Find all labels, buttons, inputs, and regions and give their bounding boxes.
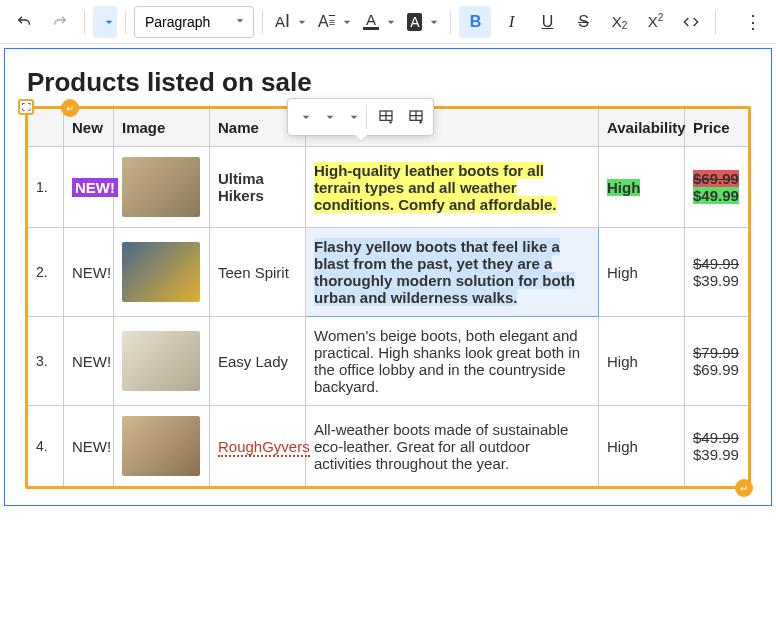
- product-image[interactable]: [122, 242, 200, 302]
- cell-num[interactable]: 2.: [28, 228, 64, 317]
- underline-button[interactable]: U: [531, 6, 563, 38]
- table-row: 4. NEW! RoughGyvers All-weather boots ma…: [28, 406, 749, 487]
- cell-description[interactable]: High-quality leather boots for all terra…: [306, 147, 599, 228]
- chevron-down-icon: [346, 109, 362, 125]
- price-new: $49.99: [693, 187, 739, 204]
- cell-image[interactable]: [114, 317, 210, 406]
- editor-root: Paragraph AI A≡ A A B I U S X2 X2: [0, 0, 776, 643]
- th-image[interactable]: Image: [114, 109, 210, 147]
- cell-name[interactable]: Ultima Hikers: [210, 147, 306, 228]
- separator: [366, 105, 367, 129]
- th-price[interactable]: Price: [685, 109, 749, 147]
- highlight-color-button[interactable]: A: [403, 6, 442, 38]
- italic-button[interactable]: I: [495, 6, 527, 38]
- font-size-button[interactable]: AI: [271, 6, 310, 38]
- cell-description[interactable]: Flashy yellow boots that feel like a bla…: [306, 228, 599, 317]
- product-image[interactable]: [122, 331, 200, 391]
- th-availability[interactable]: Availability: [599, 109, 685, 147]
- price-new: $39.99: [693, 446, 739, 463]
- separator: [84, 10, 85, 34]
- table-row: 3. NEW! Easy Lady Women's beige boots, b…: [28, 317, 749, 406]
- price-old: $69.99: [693, 170, 739, 187]
- editor-content[interactable]: Products listed on sale: [4, 48, 772, 506]
- separator: [450, 10, 451, 34]
- chevron-down-icon: [383, 14, 399, 30]
- chevron-down-icon: [298, 109, 314, 125]
- cell-image[interactable]: [114, 147, 210, 228]
- kebab-icon: ⋮: [744, 11, 761, 33]
- cell-image[interactable]: [114, 406, 210, 487]
- page-title[interactable]: Products listed on sale: [27, 67, 749, 98]
- chevron-down-icon: [322, 109, 338, 125]
- cell-num[interactable]: 4.: [28, 406, 64, 487]
- table-column-button[interactable]: [290, 101, 314, 133]
- table-selection-handle-br[interactable]: ↵: [735, 479, 753, 497]
- cell-description[interactable]: All-weather boots made of sustainable ec…: [306, 406, 599, 487]
- cell-availability[interactable]: High: [599, 228, 685, 317]
- cell-num[interactable]: 1.: [28, 147, 64, 228]
- cell-new[interactable]: NEW!: [64, 317, 114, 406]
- more-button[interactable]: ⋮: [736, 6, 768, 38]
- table-container: ⛶ ↵ ↵ New Image Name Description Availab…: [27, 108, 749, 487]
- table-row: 1. NEW! Ultima Hikers High-quality leath…: [28, 147, 749, 228]
- table-properties-button[interactable]: [401, 102, 431, 132]
- price-old: $79.99: [693, 344, 739, 361]
- table-merge-button[interactable]: [338, 101, 362, 133]
- strikethrough-button[interactable]: S: [567, 6, 599, 38]
- cell-name[interactable]: RoughGyvers: [210, 406, 306, 487]
- chevron-down-icon: [101, 14, 117, 30]
- product-image[interactable]: [122, 416, 200, 476]
- new-badge: NEW!: [72, 178, 118, 197]
- table-selection-handle-tl[interactable]: ⛶: [18, 99, 34, 115]
- font-family-button[interactable]: A≡: [314, 6, 355, 38]
- redo-button[interactable]: [44, 6, 76, 38]
- cell-name[interactable]: Teen Spirit: [210, 228, 306, 317]
- cell-availability[interactable]: High: [599, 147, 685, 228]
- cell-price[interactable]: $79.99 $69.99: [685, 317, 749, 406]
- cell-image[interactable]: [114, 228, 210, 317]
- cell-price[interactable]: $49.99 $39.99: [685, 228, 749, 317]
- paint-format-button[interactable]: [93, 6, 117, 38]
- cell-name[interactable]: Easy Lady: [210, 317, 306, 406]
- separator: [125, 10, 126, 34]
- undo-button[interactable]: [8, 6, 40, 38]
- chevron-down-icon: [339, 14, 355, 30]
- price-old: $49.99: [693, 429, 739, 446]
- cell-price[interactable]: $49.99 $39.99: [685, 406, 749, 487]
- separator: [715, 10, 716, 34]
- main-toolbar: Paragraph AI A≡ A A B I U S X2 X2: [0, 0, 776, 44]
- price-old: $49.99: [693, 255, 739, 272]
- cell-availability[interactable]: High: [599, 317, 685, 406]
- product-image[interactable]: [122, 157, 200, 217]
- cell-new[interactable]: NEW!: [64, 406, 114, 487]
- cell-description[interactable]: Women's beige boots, both elegant and pr…: [306, 317, 599, 406]
- heading-select-input[interactable]: Paragraph: [134, 6, 254, 38]
- code-button[interactable]: [675, 6, 707, 38]
- cell-price[interactable]: $69.99 $49.99: [685, 147, 749, 228]
- superscript-button[interactable]: X2: [639, 6, 671, 38]
- price-new: $39.99: [693, 272, 739, 289]
- chevron-down-icon: [426, 14, 442, 30]
- table-row: 2. NEW! Teen Spirit Flashy yellow boots …: [28, 228, 749, 317]
- font-color-button[interactable]: A: [359, 6, 399, 38]
- cell-new[interactable]: NEW!: [64, 147, 114, 228]
- table-caption-button[interactable]: [371, 102, 401, 132]
- separator: [262, 10, 263, 34]
- cell-availability[interactable]: High: [599, 406, 685, 487]
- cell-num[interactable]: 3.: [28, 317, 64, 406]
- cell-new[interactable]: NEW!: [64, 228, 114, 317]
- chevron-down-icon: [294, 14, 310, 30]
- bold-button[interactable]: B: [459, 6, 491, 38]
- table-row-button[interactable]: [314, 101, 338, 133]
- heading-select[interactable]: Paragraph: [134, 6, 254, 38]
- table-floating-toolbar: [287, 98, 434, 136]
- subscript-button[interactable]: X2: [603, 6, 635, 38]
- price-new: $69.99: [693, 361, 739, 378]
- products-table[interactable]: New Image Name Description Availability …: [27, 108, 749, 487]
- table-selection-handle-t[interactable]: ↵: [61, 99, 79, 117]
